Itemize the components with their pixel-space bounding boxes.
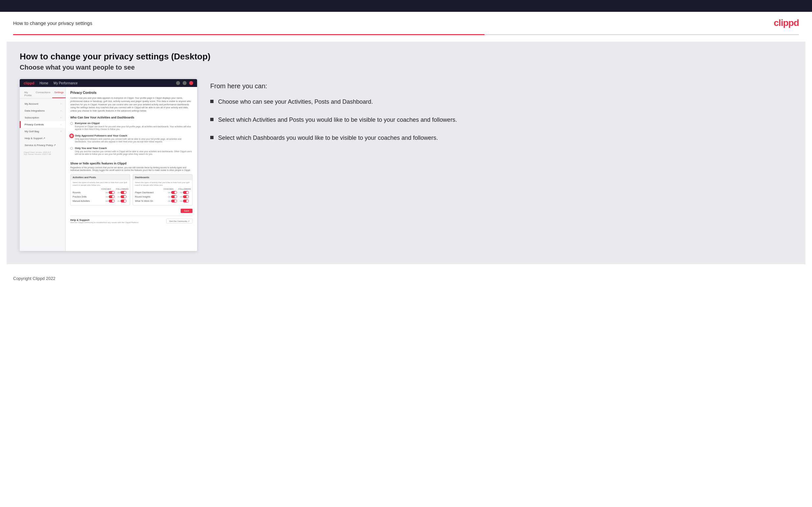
header-title: How to change your privacy settings xyxy=(13,20,92,26)
footer: Copyright Clippd 2022 xyxy=(0,271,812,286)
ss-toggle-rounds-insights-coaches[interactable] xyxy=(171,195,177,198)
ss-row-round-insights: Round Insights ON ON xyxy=(135,195,190,198)
ss-menu-golfbag[interactable]: My Golf Bag › xyxy=(20,128,65,135)
ss-footer-version: Clippd Client Version: 2022.8.2SQL Serve… xyxy=(20,149,65,158)
page-heading: How to change your privacy settings (Des… xyxy=(20,52,792,62)
ss-row-rounds: Rounds ON ON xyxy=(72,191,128,194)
ss-radio-everyone[interactable]: Everyone on Clippd Everyone on Clippd ca… xyxy=(70,122,193,131)
ss-chevron-golf: › xyxy=(60,130,61,133)
right-panel: From here you can: Choose who can see yo… xyxy=(210,79,792,143)
ss-radio-onlyyou-label: Only You and Your Coach xyxy=(75,147,193,150)
bullet-text-1: Choose who can see your Activities, Post… xyxy=(218,98,373,106)
ss-toggle-rounds-insights-followers[interactable] xyxy=(183,195,189,198)
ss-toggle-work-followers[interactable] xyxy=(183,200,189,203)
page-subheading: Choose what you want people to see xyxy=(20,64,792,71)
ss-radio-everyone-label: Everyone on Clippd xyxy=(75,122,193,125)
ss-tab-profile[interactable]: My Profile xyxy=(22,90,34,98)
ss-chevron-privacy: › xyxy=(60,123,61,126)
ss-user-icon xyxy=(183,81,187,85)
bullet-list: Choose who can see your Activities, Post… xyxy=(210,98,792,143)
content-area: clippd Home My Performance My Profile Co… xyxy=(20,79,792,251)
ss-radio-approved-label: Only Approved Followers and Your Coach xyxy=(75,134,193,137)
from-here-title: From here you can: xyxy=(210,82,792,90)
ss-help-title: Help & Support xyxy=(70,219,139,222)
bullet-square-3 xyxy=(210,136,213,139)
ss-help-section: Help & Support Visit our Clippd communit… xyxy=(70,216,193,223)
ss-menu-privacy-policy[interactable]: Service & Privacy Policy ↗ xyxy=(20,142,65,149)
ss-save-button[interactable]: Save xyxy=(181,209,193,213)
ss-dashboards-col-headers: COACHES FOLLOWERS xyxy=(135,188,190,190)
ss-activities-header: Activities and Posts xyxy=(70,175,130,180)
ss-help-desc: Visit our Clippd community to troublesho… xyxy=(70,222,139,223)
ss-privacy-title: Privacy Controls xyxy=(70,91,193,95)
copyright-text: Copyright Clippd 2022 xyxy=(13,276,55,281)
ss-menu-help[interactable]: Help & Support ↗ xyxy=(20,135,65,142)
ss-nav-performance: My Performance xyxy=(54,81,78,85)
ss-toggle-manual-followers[interactable] xyxy=(120,200,126,203)
ss-dashboards-header: Dashboards xyxy=(133,175,192,180)
ss-radio-onlyyou-circle[interactable] xyxy=(70,147,73,150)
ss-features-desc: Regardless of the privacy controls that … xyxy=(70,166,193,172)
bullet-text-2: Select which Activities and Posts you wo… xyxy=(218,116,457,124)
ss-tab-connections[interactable]: Connections xyxy=(34,90,52,98)
ss-dashboards-desc: Select the types of activity that you'd … xyxy=(135,181,190,187)
ss-radio-approved-circle[interactable] xyxy=(70,134,73,137)
ss-dashboards-table: Dashboards Select the types of activity … xyxy=(133,174,193,206)
main-content: How to change your privacy settings (Des… xyxy=(7,42,805,264)
ss-toggle-practice-coaches[interactable] xyxy=(109,195,115,198)
ss-visit-community-button[interactable]: Visit Our Community ↗ xyxy=(166,219,193,223)
ss-privacy-desc: Control how you and your data appears to… xyxy=(70,97,193,113)
ss-logo: clippd xyxy=(23,81,34,85)
ss-radio-onlyyou-desc: Only you and the coaches you connect wit… xyxy=(75,150,193,156)
ss-toggle-player-followers[interactable] xyxy=(183,191,189,194)
ss-toggle-manual-coaches[interactable] xyxy=(109,200,115,203)
ss-nav-home: Home xyxy=(39,81,48,85)
ss-sidebar-tabs: My Profile Connections Settings xyxy=(20,90,65,99)
ss-toggle-practice-followers[interactable] xyxy=(120,195,126,198)
header-divider xyxy=(13,34,799,35)
top-bar xyxy=(0,0,812,12)
ss-chevron-sub: › xyxy=(60,116,61,119)
ss-radio-everyone-circle[interactable] xyxy=(70,122,73,125)
ss-radio-everyone-desc: Everyone on Clippd can search for you an… xyxy=(75,125,193,131)
screenshot-container: clippd Home My Performance My Profile Co… xyxy=(20,79,197,251)
ss-who-title: Who Can See Your Activities and Dashboar… xyxy=(70,116,193,119)
ss-menu-myaccount[interactable]: My Account › xyxy=(20,100,65,107)
ss-search-icon xyxy=(176,81,180,85)
ss-toggle-rounds-followers[interactable] xyxy=(120,191,126,194)
ss-activities-col-headers: COACHES FOLLOWERS xyxy=(72,188,128,190)
logo: clippd xyxy=(774,18,799,28)
ss-nav-right xyxy=(176,81,193,85)
ss-settings-icon xyxy=(189,81,193,85)
ss-chevron-myaccount: › xyxy=(60,102,61,105)
screenshot-navbar: clippd Home My Performance xyxy=(20,79,197,87)
bullet-item-2: Select which Activities and Posts you wo… xyxy=(210,116,792,124)
ss-row-player-dashboard: Player Dashboard ON ON xyxy=(135,191,190,194)
bullet-text-3: Select which Dashboards you would like t… xyxy=(218,134,438,142)
ss-save-row: Save xyxy=(70,209,193,213)
ss-radio-onlyyou[interactable]: Only You and Your Coach Only you and the… xyxy=(70,147,193,156)
ss-toggle-rounds-coaches[interactable] xyxy=(109,191,115,194)
ss-activities-desc: Select the types of activity that you'd … xyxy=(72,181,128,187)
bullet-square-1 xyxy=(210,100,213,103)
ss-tab-settings[interactable]: Settings xyxy=(52,90,66,98)
ss-radio-approved[interactable]: Only Approved Followers and Your Coach O… xyxy=(70,134,193,144)
ss-menu-privacycontrols[interactable]: Privacy Controls › xyxy=(20,121,65,128)
header: How to change your privacy settings clip… xyxy=(0,12,812,34)
ss-menu-subscription[interactable]: Subscription › xyxy=(20,114,65,121)
ss-row-manual: Manual Activities ON ON xyxy=(72,200,128,203)
ss-tables: Activities and Posts Select the types of… xyxy=(70,174,193,206)
ss-main-panel: Privacy Controls Control how you and you… xyxy=(66,87,197,251)
ss-dashboards-body: Select the types of activity that you'd … xyxy=(133,180,192,205)
ss-body: My Profile Connections Settings My Accou… xyxy=(20,87,197,251)
bullet-square-2 xyxy=(210,118,213,121)
ss-radio-approved-desc: Only approved followers and coaches you … xyxy=(75,138,193,144)
ss-chevron-data: › xyxy=(60,109,61,112)
ss-menu-dataintegrations[interactable]: Data Integrations › xyxy=(20,107,65,114)
ss-toggle-player-coaches[interactable] xyxy=(171,191,177,194)
ss-toggle-work-coaches[interactable] xyxy=(171,200,177,203)
ss-row-what-to-work: What To Work On ON ON xyxy=(135,200,190,203)
bullet-item-1: Choose who can see your Activities, Post… xyxy=(210,98,792,106)
ss-sidebar: My Profile Connections Settings My Accou… xyxy=(20,87,66,251)
ss-features-title: Show or hide specific features in Clippd xyxy=(70,162,193,165)
